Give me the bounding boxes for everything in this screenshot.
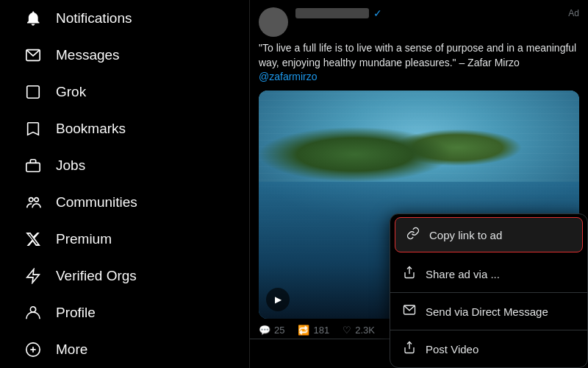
sidebar-item-jobs[interactable]: Jobs [12,147,237,184]
svg-rect-2 [26,163,40,171]
sidebar-label-communities: Communities [56,194,137,210]
sidebar-label-jobs: Jobs [56,158,85,174]
comment-count: 25 [274,325,284,336]
sidebar-item-notifications[interactable]: Notifications [12,0,237,37]
sidebar-label-grok: Grok [56,84,86,100]
verified-orgs-icon [24,266,43,286]
more-icon [24,340,43,359]
sidebar-label-verified-orgs: Verified Orgs [56,268,137,284]
sidebar-item-messages[interactable]: Messages [12,37,237,74]
tweet-header: ✓ Ad [259,7,579,37]
sidebar-item-more[interactable]: More [12,331,237,368]
tweet-user-row: ✓ Ad [295,7,579,19]
menu-item-post-video[interactable]: Post Video [390,330,587,367]
svg-rect-1 [27,86,40,99]
post-video-icon [402,341,417,357]
sidebar-label-messages: Messages [56,47,120,63]
svg-marker-5 [27,269,40,283]
like-icon: ♡ [343,325,351,336]
like-action[interactable]: ♡ 2.3K [343,325,375,336]
sidebar-label-profile: Profile [56,305,96,321]
menu-item-direct-message[interactable]: Send via Direct Message [390,293,587,330]
comment-action[interactable]: 💬 25 [259,325,284,336]
ad-label: Ad [568,8,579,18]
communities-icon [24,193,43,212]
direct-message-icon [402,303,417,319]
notifications-icon [24,9,43,28]
sidebar-item-bookmarks[interactable]: Bookmarks [12,110,237,147]
tweet-mention[interactable]: @zafarmirzo [259,71,318,82]
jobs-icon [24,156,43,175]
menu-item-share-ad[interactable]: Share ad via ... [390,255,587,292]
retweet-icon: 🔁 [298,325,309,336]
sidebar: NotificationsMessagesGrokBookmarksJobsCo… [0,0,250,368]
verified-icon: ✓ [373,7,382,19]
sidebar-label-notifications: Notifications [56,10,132,26]
main-content: ✓ Ad "To live a full life is to live wit… [250,0,588,368]
tweet-user-info: ✓ Ad [295,7,579,19]
username [295,8,369,18]
grok-icon [24,82,43,102]
retweet-count: 181 [313,325,329,336]
tweet-text: "To live a full life is to live with a s… [259,41,579,85]
comment-icon: 💬 [259,325,270,336]
sidebar-item-premium[interactable]: Premium [12,221,237,258]
sidebar-item-profile[interactable]: Profile [12,294,237,331]
bookmarks-icon [24,119,43,138]
messages-icon [24,46,43,65]
sidebar-label-bookmarks: Bookmarks [56,121,126,137]
sidebar-label-premium: Premium [56,231,112,247]
menu-label-post-video: Post Video [426,343,478,355]
play-button[interactable]: ▶ [266,288,290,311]
like-count: 2.3K [355,325,375,336]
copy-link-icon [406,227,420,243]
svg-point-6 [30,307,35,312]
sidebar-item-communities[interactable]: Communities [12,184,237,221]
svg-point-3 [29,198,34,202]
menu-label-copy-link: Copy link to ad [429,229,502,241]
menu-label-share-ad: Share ad via ... [426,268,500,280]
sidebar-item-verified-orgs[interactable]: Verified Orgs [12,258,237,294]
share-ad-icon [402,266,417,282]
avatar [259,7,288,37]
profile-icon [24,303,43,322]
svg-point-4 [35,198,39,202]
menu-item-copy-link[interactable]: Copy link to ad [395,217,583,252]
retweet-action[interactable]: 🔁 181 [298,325,329,336]
context-menu: Copy link to adShare ad via ...Send via … [390,213,588,368]
sidebar-label-more: More [56,342,87,358]
sidebar-item-grok[interactable]: Grok [12,74,237,110]
premium-icon [24,230,43,249]
menu-label-direct-message: Send via Direct Message [426,305,548,318]
